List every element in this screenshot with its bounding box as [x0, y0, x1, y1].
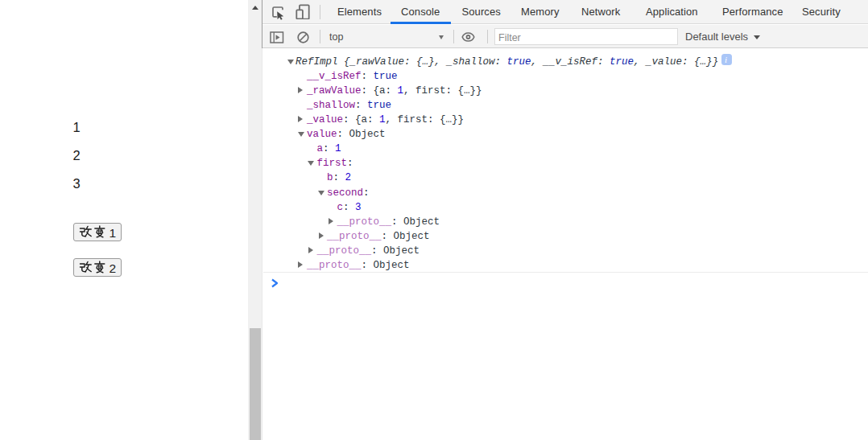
svg-text:i: i: [725, 55, 727, 64]
svg-text:1: 1: [109, 226, 116, 240]
svg-text:2: 2: [109, 261, 116, 275]
